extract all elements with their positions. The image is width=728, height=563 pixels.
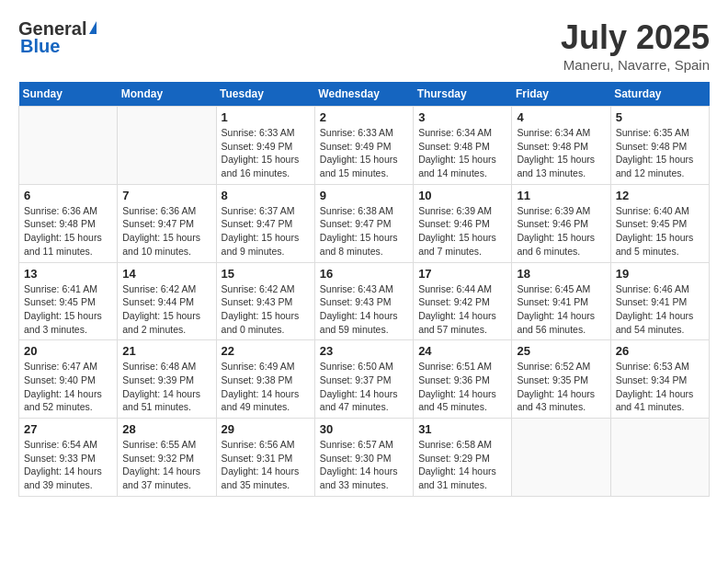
calendar-cell: 25Sunrise: 6:52 AM Sunset: 9:35 PM Dayli… bbox=[512, 340, 610, 419]
day-detail: Sunrise: 6:49 AM Sunset: 9:38 PM Dayligh… bbox=[222, 360, 310, 414]
month-year-title: July 2025 bbox=[561, 18, 710, 57]
day-number: 31 bbox=[418, 422, 506, 436]
day-number: 13 bbox=[24, 267, 112, 281]
calendar-cell: 2Sunrise: 6:33 AM Sunset: 9:49 PM Daylig… bbox=[314, 107, 413, 185]
calendar-cell: 16Sunrise: 6:43 AM Sunset: 9:43 PM Dayli… bbox=[314, 262, 413, 340]
day-detail: Sunrise: 6:54 AM Sunset: 9:33 PM Dayligh… bbox=[24, 438, 112, 492]
calendar-cell: 6Sunrise: 6:36 AM Sunset: 9:48 PM Daylig… bbox=[19, 184, 118, 262]
day-number: 25 bbox=[517, 344, 605, 358]
day-detail: Sunrise: 6:41 AM Sunset: 9:45 PM Dayligh… bbox=[24, 282, 112, 337]
day-detail: Sunrise: 6:40 AM Sunset: 9:45 PM Dayligh… bbox=[616, 204, 704, 259]
day-number: 24 bbox=[418, 344, 506, 358]
day-detail: Sunrise: 6:44 AM Sunset: 9:42 PM Dayligh… bbox=[418, 282, 506, 337]
day-number: 17 bbox=[418, 267, 506, 281]
day-number: 9 bbox=[320, 189, 408, 202]
week-row-4: 20Sunrise: 6:47 AM Sunset: 9:40 PM Dayli… bbox=[19, 340, 710, 419]
calendar-cell: 20Sunrise: 6:47 AM Sunset: 9:40 PM Dayli… bbox=[19, 340, 118, 419]
calendar-cell: 27Sunrise: 6:54 AM Sunset: 9:33 PM Dayli… bbox=[19, 419, 118, 497]
day-number: 15 bbox=[222, 267, 310, 281]
week-row-3: 13Sunrise: 6:41 AM Sunset: 9:45 PM Dayli… bbox=[19, 262, 710, 340]
calendar-cell: 14Sunrise: 6:42 AM Sunset: 9:44 PM Dayli… bbox=[118, 262, 216, 340]
day-detail: Sunrise: 6:39 AM Sunset: 9:46 PM Dayligh… bbox=[517, 204, 605, 259]
day-detail: Sunrise: 6:37 AM Sunset: 9:47 PM Dayligh… bbox=[222, 204, 310, 259]
day-detail: Sunrise: 6:39 AM Sunset: 9:46 PM Dayligh… bbox=[418, 204, 506, 259]
calendar-cell: 15Sunrise: 6:42 AM Sunset: 9:43 PM Dayli… bbox=[216, 262, 314, 340]
day-detail: Sunrise: 6:34 AM Sunset: 9:48 PM Dayligh… bbox=[418, 126, 506, 180]
calendar-cell: 23Sunrise: 6:50 AM Sunset: 9:37 PM Dayli… bbox=[314, 340, 413, 419]
calendar-header-row: SundayMondayTuesdayWednesdayThursdayFrid… bbox=[19, 82, 710, 107]
day-detail: Sunrise: 6:46 AM Sunset: 9:41 PM Dayligh… bbox=[616, 282, 704, 337]
calendar-cell: 1Sunrise: 6:33 AM Sunset: 9:49 PM Daylig… bbox=[216, 107, 314, 185]
calendar-cell: 4Sunrise: 6:34 AM Sunset: 9:48 PM Daylig… bbox=[512, 107, 610, 185]
calendar-cell: 11Sunrise: 6:39 AM Sunset: 9:46 PM Dayli… bbox=[512, 184, 610, 262]
day-detail: Sunrise: 6:34 AM Sunset: 9:48 PM Dayligh… bbox=[517, 126, 605, 180]
calendar-cell: 17Sunrise: 6:44 AM Sunset: 9:42 PM Dayli… bbox=[414, 262, 512, 340]
calendar-cell: 31Sunrise: 6:58 AM Sunset: 9:29 PM Dayli… bbox=[414, 419, 512, 497]
calendar-cell: 12Sunrise: 6:40 AM Sunset: 9:45 PM Dayli… bbox=[610, 184, 709, 262]
calendar-cell bbox=[19, 107, 118, 185]
logo: General Blue bbox=[18, 18, 97, 57]
day-detail: Sunrise: 6:56 AM Sunset: 9:31 PM Dayligh… bbox=[222, 438, 310, 492]
day-detail: Sunrise: 6:33 AM Sunset: 9:49 PM Dayligh… bbox=[222, 126, 310, 180]
day-number: 14 bbox=[122, 267, 210, 281]
calendar-cell: 8Sunrise: 6:37 AM Sunset: 9:47 PM Daylig… bbox=[216, 184, 314, 262]
day-detail: Sunrise: 6:36 AM Sunset: 9:48 PM Dayligh… bbox=[24, 204, 112, 259]
day-detail: Sunrise: 6:48 AM Sunset: 9:39 PM Dayligh… bbox=[122, 360, 210, 414]
day-detail: Sunrise: 6:35 AM Sunset: 9:48 PM Dayligh… bbox=[616, 126, 704, 180]
calendar-cell: 29Sunrise: 6:56 AM Sunset: 9:31 PM Dayli… bbox=[216, 419, 314, 497]
day-number: 2 bbox=[320, 110, 408, 124]
calendar-cell bbox=[610, 419, 709, 497]
day-number: 16 bbox=[320, 267, 408, 281]
title-block: July 2025 Maneru, Navarre, Spain bbox=[561, 18, 710, 73]
day-number: 22 bbox=[222, 344, 310, 358]
header-day-wednesday: Wednesday bbox=[314, 82, 413, 107]
day-number: 21 bbox=[122, 344, 210, 358]
day-number: 4 bbox=[517, 110, 605, 124]
calendar-cell bbox=[118, 107, 216, 185]
calendar-cell: 28Sunrise: 6:55 AM Sunset: 9:32 PM Dayli… bbox=[118, 419, 216, 497]
calendar-cell: 5Sunrise: 6:35 AM Sunset: 9:48 PM Daylig… bbox=[610, 107, 709, 185]
day-detail: Sunrise: 6:55 AM Sunset: 9:32 PM Dayligh… bbox=[122, 438, 210, 492]
day-number: 29 bbox=[222, 422, 310, 436]
day-number: 1 bbox=[222, 110, 310, 124]
calendar-cell: 18Sunrise: 6:45 AM Sunset: 9:41 PM Dayli… bbox=[512, 262, 610, 340]
day-detail: Sunrise: 6:47 AM Sunset: 9:40 PM Dayligh… bbox=[24, 360, 112, 414]
day-detail: Sunrise: 6:38 AM Sunset: 9:47 PM Dayligh… bbox=[320, 204, 408, 259]
calendar-cell bbox=[512, 419, 610, 497]
day-detail: Sunrise: 6:52 AM Sunset: 9:35 PM Dayligh… bbox=[517, 360, 605, 414]
logo-blue-text: Blue bbox=[20, 36, 60, 57]
header-day-sunday: Sunday bbox=[19, 82, 118, 107]
calendar-cell: 22Sunrise: 6:49 AM Sunset: 9:38 PM Dayli… bbox=[216, 340, 314, 419]
header-day-tuesday: Tuesday bbox=[216, 82, 314, 107]
calendar-cell: 30Sunrise: 6:57 AM Sunset: 9:30 PM Dayli… bbox=[314, 419, 413, 497]
calendar-table: SundayMondayTuesdayWednesdayThursdayFrid… bbox=[18, 82, 710, 497]
calendar-cell: 3Sunrise: 6:34 AM Sunset: 9:48 PM Daylig… bbox=[414, 107, 512, 185]
day-number: 10 bbox=[418, 189, 506, 202]
day-detail: Sunrise: 6:50 AM Sunset: 9:37 PM Dayligh… bbox=[320, 360, 408, 414]
day-number: 28 bbox=[122, 422, 210, 436]
header-day-thursday: Thursday bbox=[414, 82, 512, 107]
header-day-saturday: Saturday bbox=[610, 82, 709, 107]
day-number: 6 bbox=[24, 189, 112, 202]
day-detail: Sunrise: 6:36 AM Sunset: 9:47 PM Dayligh… bbox=[122, 204, 210, 259]
week-row-5: 27Sunrise: 6:54 AM Sunset: 9:33 PM Dayli… bbox=[19, 419, 710, 497]
day-detail: Sunrise: 6:33 AM Sunset: 9:49 PM Dayligh… bbox=[320, 126, 408, 180]
header-day-monday: Monday bbox=[118, 82, 216, 107]
day-detail: Sunrise: 6:57 AM Sunset: 9:30 PM Dayligh… bbox=[320, 438, 408, 492]
day-detail: Sunrise: 6:58 AM Sunset: 9:29 PM Dayligh… bbox=[418, 438, 506, 492]
location-subtitle: Maneru, Navarre, Spain bbox=[561, 57, 710, 73]
week-row-1: 1Sunrise: 6:33 AM Sunset: 9:49 PM Daylig… bbox=[19, 107, 710, 185]
logo-triangle-icon bbox=[89, 21, 97, 34]
day-number: 23 bbox=[320, 344, 408, 358]
calendar-cell: 13Sunrise: 6:41 AM Sunset: 9:45 PM Dayli… bbox=[19, 262, 118, 340]
week-row-2: 6Sunrise: 6:36 AM Sunset: 9:48 PM Daylig… bbox=[19, 184, 710, 262]
day-detail: Sunrise: 6:53 AM Sunset: 9:34 PM Dayligh… bbox=[616, 360, 704, 414]
calendar-cell: 9Sunrise: 6:38 AM Sunset: 9:47 PM Daylig… bbox=[314, 184, 413, 262]
day-number: 5 bbox=[616, 110, 704, 124]
day-number: 3 bbox=[418, 110, 506, 124]
day-number: 19 bbox=[616, 267, 704, 281]
calendar-cell: 24Sunrise: 6:51 AM Sunset: 9:36 PM Dayli… bbox=[414, 340, 512, 419]
day-detail: Sunrise: 6:45 AM Sunset: 9:41 PM Dayligh… bbox=[517, 282, 605, 337]
day-detail: Sunrise: 6:42 AM Sunset: 9:43 PM Dayligh… bbox=[222, 282, 310, 337]
day-number: 27 bbox=[24, 422, 112, 436]
